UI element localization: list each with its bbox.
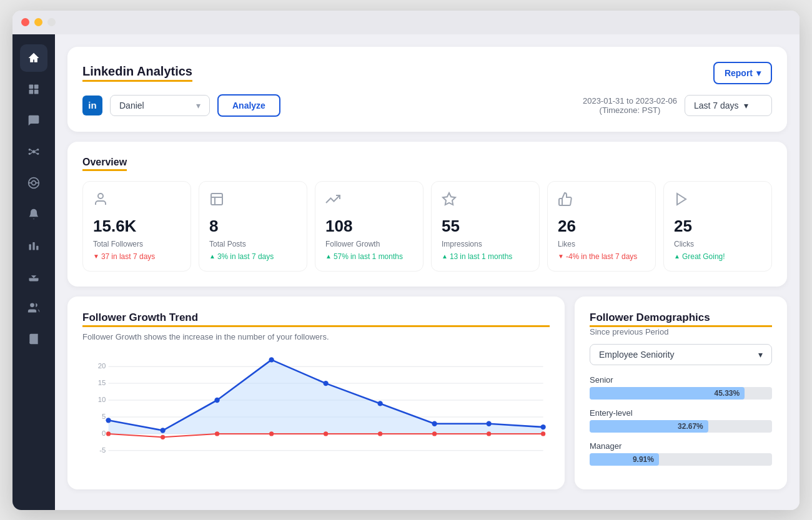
change-arrow: ▲: [674, 253, 680, 260]
svg-point-48: [215, 431, 219, 436]
demographics-title: Follower Demographics: [590, 312, 772, 327]
report-button[interactable]: Report ▾: [713, 62, 772, 84]
svg-point-7: [29, 152, 31, 154]
bar-manager: Manager 9.91%: [590, 441, 772, 466]
stat-change-text: in last 7 days: [111, 252, 155, 261]
svg-point-8: [37, 152, 39, 154]
bar-fill: 45.33%: [590, 387, 745, 400]
chart-area: -5 0 5 10 15 20: [82, 349, 550, 474]
impressions-icon: [442, 192, 529, 210]
svg-rect-2: [29, 89, 34, 94]
analyze-button[interactable]: Analyze: [217, 94, 280, 117]
change-value: Great Going!: [682, 252, 725, 261]
stat-label: Total Followers: [93, 240, 181, 248]
svg-point-22: [98, 194, 103, 199]
bar-percentage: 45.33%: [714, 389, 740, 398]
demographics-card: Follower Demographics Since previous Per…: [575, 297, 787, 489]
period-label: Last 7 days: [694, 101, 739, 110]
stat-value: 25: [674, 217, 761, 236]
close-button[interactable]: [21, 18, 29, 26]
timezone-text: (Timezone: PST): [583, 105, 677, 115]
stat-value: 55: [442, 217, 529, 236]
svg-point-51: [378, 431, 382, 436]
svg-point-46: [106, 431, 111, 436]
account-name: Daniel: [119, 101, 144, 110]
svg-point-45: [540, 424, 545, 429]
seniority-dropdown[interactable]: Employee Seniority ▾: [590, 344, 772, 365]
stat-change-text: in last 1 months: [460, 252, 512, 261]
svg-rect-17: [29, 244, 31, 250]
total-posts-icon: [209, 192, 297, 210]
change-value: 37: [101, 252, 109, 261]
svg-point-38: [160, 428, 165, 433]
stat-change: ▲ 3% in last 7 days: [209, 252, 297, 261]
svg-text:20: 20: [98, 362, 106, 370]
follower-growth-icon: [325, 192, 413, 210]
bars-container: Senior 45.33% Entery-level 32.67% Manage…: [590, 375, 772, 474]
fullscreen-button[interactable]: [47, 18, 56, 26]
minimize-button[interactable]: [34, 18, 42, 26]
change-arrow: ▼: [93, 253, 99, 260]
chevron-down-icon: ▾: [744, 101, 748, 110]
svg-line-9: [31, 149, 32, 151]
bar-entery-level: Entery-level 32.67%: [590, 408, 772, 433]
sidebar-item-alerts[interactable]: [20, 200, 47, 228]
bar-track: 9.91%: [590, 453, 772, 466]
stat-change-text: in last 7 days: [230, 252, 274, 261]
chart-description: Follower Growth shows the increase in th…: [82, 332, 550, 341]
stat-label: Likes: [558, 240, 645, 248]
page-title: Linkedin Analytics: [82, 64, 192, 82]
sidebar-item-network[interactable]: [20, 138, 47, 165]
sidebar-item-analytics[interactable]: [20, 232, 47, 259]
bar-senior: Senior 45.33%: [590, 375, 772, 400]
svg-rect-1: [34, 84, 39, 89]
chart-title: Follower Growth Trend: [82, 312, 550, 327]
svg-point-47: [161, 434, 165, 439]
overview-title: Overview: [82, 157, 127, 171]
period-select[interactable]: Last 7 days ▾: [685, 95, 772, 116]
svg-point-43: [432, 421, 437, 426]
stat-change-text: in the last 7 days: [581, 252, 637, 261]
demographics-subtitle: Since previous Period: [590, 327, 772, 336]
sidebar-item-home[interactable]: [20, 44, 47, 72]
sidebar-item-audience[interactable]: [20, 294, 47, 321]
stat-label: Impressions: [442, 240, 529, 248]
svg-point-52: [432, 431, 437, 436]
svg-line-11: [31, 152, 32, 154]
stat-change: ▲ Great Going!: [674, 252, 761, 261]
stat-change: ▲ 57% in last 1 months: [325, 252, 413, 261]
sidebar-item-support[interactable]: [20, 169, 47, 197]
svg-point-53: [487, 431, 491, 436]
sidebar-item-download[interactable]: [20, 263, 47, 290]
svg-rect-18: [32, 242, 34, 250]
stat-value: 108: [325, 217, 413, 236]
clicks-icon: [674, 192, 761, 210]
svg-text:15: 15: [98, 379, 106, 386]
stat-card-clicks: 25 Clicks ▲ Great Going!: [663, 181, 772, 272]
sidebar-item-messages[interactable]: [20, 107, 47, 134]
sidebar: [12, 34, 55, 510]
account-select[interactable]: Daniel ▾: [110, 95, 210, 116]
svg-line-10: [36, 149, 37, 151]
svg-rect-3: [34, 89, 39, 94]
sidebar-item-library[interactable]: [20, 325, 47, 353]
svg-point-5: [29, 149, 31, 150]
bar-track: 45.33%: [590, 387, 772, 400]
svg-text:-5: -5: [99, 446, 106, 453]
svg-point-39: [214, 397, 219, 402]
bottom-row: Follower Growth Trend Follower Growth sh…: [67, 297, 787, 489]
svg-point-49: [269, 431, 274, 436]
dropdown-label: Employee Seniority: [599, 350, 675, 360]
svg-rect-19: [36, 245, 38, 250]
svg-point-44: [487, 421, 492, 426]
total-followers-icon: [93, 192, 181, 210]
svg-point-50: [324, 431, 328, 436]
stat-change: ▲ 13 in last 1 months: [442, 252, 529, 261]
change-arrow: ▼: [558, 253, 564, 260]
stats-grid: 15.6K Total Followers ▼ 37 in last 7 day…: [82, 181, 772, 272]
bar-percentage: 9.91%: [633, 455, 654, 464]
date-info: 2023-01-31 to 2023-02-06 (Timezone: PST): [583, 96, 677, 115]
svg-rect-0: [29, 84, 34, 89]
app-body: Linkedin Analytics Report ▾ in Daniel ▾ …: [12, 34, 800, 510]
sidebar-item-dashboard[interactable]: [20, 76, 47, 103]
